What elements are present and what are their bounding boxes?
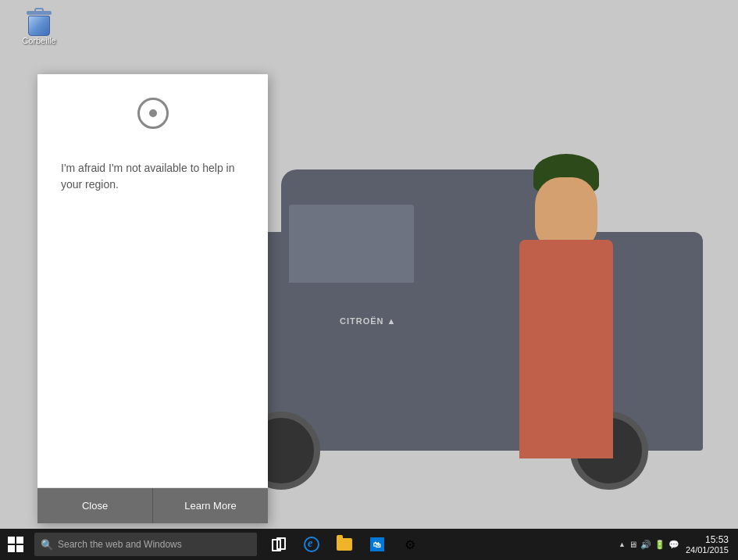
car-windshield — [289, 205, 414, 283]
file-explorer-button[interactable] — [329, 529, 360, 560]
start-button[interactable] — [0, 529, 31, 560]
settings-icon: ⚙ — [405, 537, 415, 552]
taskbar-apps: 🛍 ⚙ — [263, 529, 426, 560]
store-icon: 🛍 — [370, 537, 384, 551]
recycle-bin-label: Corbeille — [22, 36, 55, 45]
close-button[interactable]: Close — [37, 488, 153, 523]
task-view-button[interactable] — [263, 529, 294, 560]
cortana-icon — [137, 98, 169, 129]
system-tray: ▲ 🖥 🔊 🔋 💬 15:53 24/01/2015 — [619, 533, 738, 556]
clock-date: 24/01/2015 — [686, 545, 729, 555]
search-box[interactable]: 🔍 Search the web and Windows — [34, 533, 257, 556]
clock[interactable]: 15:53 24/01/2015 — [683, 533, 732, 556]
settings-button[interactable]: ⚙ — [394, 529, 426, 560]
search-placeholder-text: Search the web and Windows — [58, 539, 182, 550]
car-badge: CITROËN ▲ — [340, 316, 396, 326]
tray-expand-icon[interactable]: ▲ — [619, 540, 626, 548]
cortana-buttons: Close Learn More — [37, 487, 268, 523]
cortana-message: I'm afraid I'm not available to help in … — [61, 160, 244, 193]
bin-body — [28, 16, 50, 36]
person-figure — [504, 162, 629, 458]
windows-logo-icon — [8, 537, 23, 552]
folder-icon — [337, 538, 352, 551]
tray-network-icon[interactable]: 🖥 — [629, 540, 637, 549]
recycle-bin-icon — [25, 8, 53, 36]
search-icon: 🔍 — [41, 539, 53, 551]
bin-lid — [27, 11, 52, 15]
desktop-icon-recycle-bin[interactable]: Corbeille — [16, 8, 62, 45]
tray-sound-icon[interactable]: 🔊 — [640, 540, 651, 550]
tray-message-icon[interactable]: 💬 — [668, 540, 679, 550]
desktop: CITROËN ▲ Corbeille I'm afraid I'm not a… — [0, 0, 738, 560]
person-body — [519, 240, 613, 458]
taskbar: 🔍 Search the web and Windows 🛍 ⚙ ▲ 🖥 🔊 🔋… — [0, 529, 738, 560]
person-head — [535, 177, 597, 248]
cortana-top: I'm afraid I'm not available to help in … — [37, 74, 268, 487]
clock-time: 15:53 — [686, 534, 729, 545]
task-view-icon — [272, 539, 286, 550]
ie-icon — [304, 537, 319, 552]
tray-battery-icon[interactable]: 🔋 — [654, 540, 665, 550]
cortana-panel: I'm afraid I'm not available to help in … — [37, 74, 268, 523]
learn-more-button[interactable]: Learn More — [153, 488, 268, 523]
internet-explorer-button[interactable] — [296, 529, 327, 560]
store-button[interactable]: 🛍 — [362, 529, 393, 560]
